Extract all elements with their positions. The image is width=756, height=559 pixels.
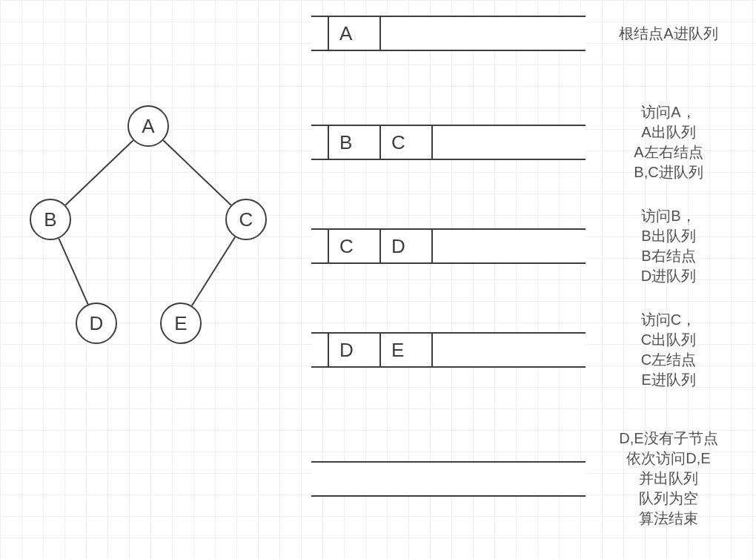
- node-label: B: [44, 208, 56, 231]
- svg-line-1: [163, 140, 231, 205]
- queue: B C: [311, 125, 586, 160]
- bfs-step-4: D E 访问C， C出队列 C左结点 E进队列: [311, 310, 741, 390]
- tree-node-C: C: [225, 199, 267, 240]
- tree-graph: A B C D E: [0, 0, 296, 386]
- node-label: E: [174, 312, 187, 335]
- queue-cell: C: [329, 230, 381, 262]
- node-label: D: [90, 312, 104, 335]
- bfs-step-1: A 根结点A进队列: [311, 16, 741, 51]
- tree-node-A: A: [127, 105, 169, 147]
- queue: C D: [311, 228, 586, 264]
- queue-cell: C: [381, 126, 433, 159]
- queue-cell: E: [381, 334, 433, 366]
- tree-edges: [0, 0, 296, 386]
- bfs-step-3: C D 访问B， B出队列 B右结点 D进队列: [311, 206, 741, 286]
- tree-node-E: E: [160, 302, 202, 344]
- node-label: C: [239, 208, 253, 231]
- queue-lead: [311, 126, 329, 159]
- step-caption: 访问C， C出队列 C左结点 E进队列: [602, 310, 735, 390]
- queue: D E: [311, 332, 586, 368]
- tree-node-B: B: [30, 199, 71, 240]
- bfs-step-2: B C 访问A， A出队列 A左右结点 B,C进队列: [311, 102, 741, 182]
- queue-lead: [311, 17, 329, 50]
- node-label: A: [142, 115, 154, 138]
- svg-line-0: [65, 140, 133, 205]
- step-caption: 根结点A进队列: [602, 24, 735, 44]
- step-caption: D,E没有子节点 依次访问D,E 并出队列 队列为空 算法结束: [602, 429, 735, 529]
- queue: A: [311, 16, 586, 51]
- queue: [311, 461, 586, 497]
- queue-cell: D: [329, 334, 381, 366]
- queue-lead: [311, 334, 329, 366]
- step-caption: 访问A， A出队列 A左右结点 B,C进队列: [602, 102, 735, 182]
- svg-line-2: [59, 239, 87, 305]
- bfs-step-5: D,E没有子节点 依次访问D,E 并出队列 队列为空 算法结束: [311, 429, 741, 529]
- queue-cell: B: [329, 126, 381, 159]
- queue-cell: D: [381, 230, 433, 262]
- step-caption: 访问B， B出队列 B右结点 D进队列: [602, 206, 735, 286]
- tree-node-D: D: [76, 302, 117, 344]
- svg-line-3: [192, 237, 235, 306]
- queue-lead: [311, 230, 329, 262]
- queue-cell: A: [329, 17, 381, 50]
